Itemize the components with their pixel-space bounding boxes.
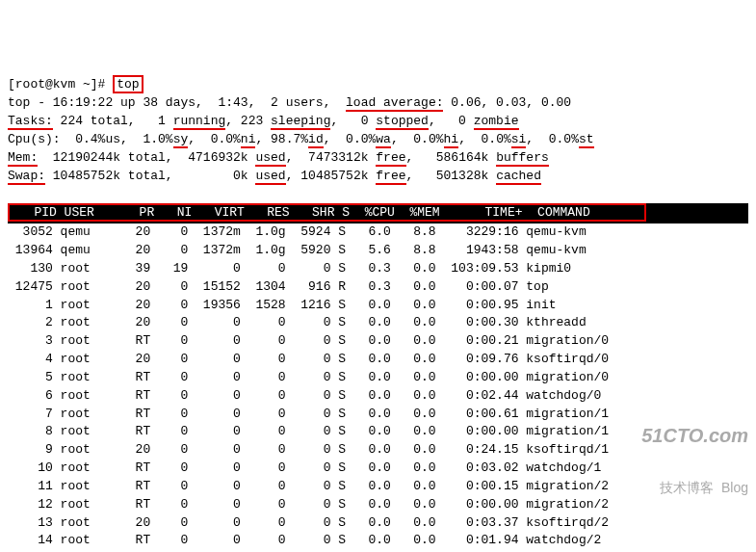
summary-uptime: top - 16:19:22 up 38 days, 1:43, 2 users… [8, 94, 748, 113]
blank-line [8, 185, 748, 203]
table-row: 4 root 20 0 0 0 0 S 0.0 0.0 0:09.76 ksof… [8, 351, 748, 369]
table-header: PID USER PR NI VIRT RES SHR S %CPU %MEM … [8, 203, 748, 223]
table-row: 12475 root 20 0 15152 1304 916 R 0.3 0.0… [8, 278, 748, 297]
summary-cpu: Cpu(s): 0.4%us, 1.0%sy, 0.0%ni, 98.7%id,… [8, 131, 748, 149]
table-row: 9 root 20 0 0 0 0 S 0.0 0.0 0:24.15 ksof… [8, 441, 748, 460]
table-row: 5 root RT 0 0 0 0 S 0.0 0.0 0:00.00 migr… [8, 369, 748, 387]
table-row: 1 root 20 0 19356 1528 1216 S 0.0 0.0 0:… [8, 297, 748, 315]
prompt-line: [root@kvm ~]# top [8, 76, 748, 94]
table-row: 14 root RT 0 0 0 0 S 0.0 0.0 0:01.94 wat… [8, 532, 748, 550]
table-row: 2 root 20 0 0 0 0 S 0.0 0.0 0:00.30 kthr… [8, 314, 748, 332]
table-row: 13964 qemu 20 0 1372m 1.0g 5920 S 5.6 8.… [8, 242, 748, 260]
table-row: 8 root RT 0 0 0 0 S 0.0 0.0 0:00.00 migr… [8, 423, 748, 441]
summary-swap: Swap: 10485752k total, 0k used, 10485752… [8, 168, 748, 186]
table-row: 3052 qemu 20 0 1372m 1.0g 5924 S 6.0 8.8… [8, 223, 748, 242]
summary-tasks: Tasks: 224 total, 1 running, 223 sleepin… [8, 113, 748, 131]
table-row: 3 root RT 0 0 0 0 S 0.0 0.0 0:00.21 migr… [8, 332, 748, 351]
command: top [113, 75, 143, 93]
summary-mem: Mem: 12190244k total, 4716932k used, 747… [8, 149, 748, 168]
table-row: 6 root RT 0 0 0 0 S 0.0 0.0 0:02.44 watc… [8, 387, 748, 406]
table-row: 13 root 20 0 0 0 0 S 0.0 0.0 0:03.37 kso… [8, 514, 748, 533]
table-row: 130 root 39 19 0 0 0 S 0.3 0.0 103:09.53… [8, 260, 748, 278]
table-row: 10 root RT 0 0 0 0 S 0.0 0.0 0:03.02 wat… [8, 460, 748, 478]
table-row: 12 root RT 0 0 0 0 S 0.0 0.0 0:00.00 mig… [8, 496, 748, 514]
table-row: 11 root RT 0 0 0 0 S 0.0 0.0 0:00.15 mig… [8, 478, 748, 496]
table-row: 7 root RT 0 0 0 0 S 0.0 0.0 0:00.61 migr… [8, 406, 748, 424]
terminal-output: [root@kvm ~]# toptop - 16:19:22 up 38 da… [8, 76, 748, 552]
